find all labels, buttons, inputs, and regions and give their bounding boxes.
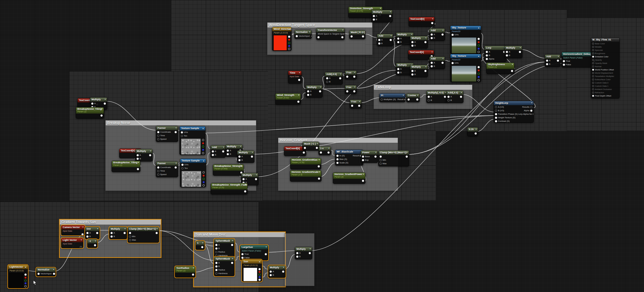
chevron-down-icon[interactable]: ▼ <box>192 267 194 269</box>
pin-dot[interactable] <box>181 131 183 133</box>
node-const_025[interactable]: 0.25▼ <box>467 127 478 136</box>
chevron-down-icon[interactable]: ▼ <box>328 147 330 150</box>
pin-dot[interactable] <box>431 22 433 24</box>
pin-dot[interactable] <box>478 76 480 78</box>
material-graph-canvas[interactable]: WindDirection Tangent SpaceFadeLoopBreak… <box>0 0 644 292</box>
pin-dot[interactable] <box>530 110 532 112</box>
pin-dot[interactable] <box>227 150 229 152</box>
chevron-down-icon[interactable]: ▼ <box>512 63 513 65</box>
pin-dot[interactable] <box>592 75 594 77</box>
pin-dot[interactable] <box>215 244 217 246</box>
node-header[interactable]: Time▼ <box>288 71 301 75</box>
chevron-down-icon[interactable]: ▼ <box>309 247 311 251</box>
pin-dot[interactable] <box>203 175 205 177</box>
node-header[interactable]: Multiply▼ <box>372 10 392 14</box>
node-header[interactable]: Multiply▼ <box>237 151 254 155</box>
pin-dot[interactable] <box>157 135 159 137</box>
pin-dot[interactable] <box>37 273 40 275</box>
chevron-down-icon[interactable]: ▼ <box>340 72 342 76</box>
pin-dot[interactable] <box>546 63 548 65</box>
pin-dot[interactable] <box>24 279 27 282</box>
pin-dot[interactable] <box>592 46 594 48</box>
pin-dot[interactable] <box>242 178 245 180</box>
pin-dot[interactable] <box>441 62 444 64</box>
node-add_3[interactable]: Add▼AB <box>429 57 445 69</box>
pin-dot[interactable] <box>592 88 594 90</box>
node-camera_vector[interactable]: Camera Vector▼Input Data <box>61 225 85 235</box>
pin-dot[interactable] <box>495 106 497 108</box>
node-bn_strength[interactable]: BreakupNoise_StrengthParam (0.005)▼ <box>213 164 244 176</box>
node-spheremask_1[interactable]: SphereMask▼ABRadiusHardness <box>214 239 235 258</box>
pin-dot[interactable] <box>519 51 521 53</box>
pin-dot[interactable] <box>592 66 594 67</box>
chevron-down-icon[interactable]: ▼ <box>175 161 177 165</box>
node-header[interactable]: M_Sky_Flow_01 <box>591 38 619 42</box>
node-header[interactable]: Pi▼ <box>380 94 405 98</box>
node-header[interactable]: Multiply▼ <box>226 145 242 149</box>
pin-dot[interactable] <box>478 69 480 72</box>
chevron-down-icon[interactable]: ▼ <box>82 225 84 229</box>
chevron-down-icon[interactable]: ▼ <box>53 268 55 272</box>
pin-dot[interactable] <box>592 59 594 61</box>
pin-dot[interactable] <box>288 36 290 38</box>
node-header[interactable]: Add▼ <box>211 145 225 150</box>
pin-dot[interactable] <box>411 41 413 43</box>
pin-dot[interactable] <box>341 36 343 38</box>
pin-dot[interactable] <box>478 48 480 50</box>
pin-dot[interactable] <box>296 35 298 37</box>
node-cosine[interactable]: Cosine▼ <box>406 93 420 102</box>
chevron-down-icon[interactable]: ▼ <box>94 239 96 243</box>
pin-dot[interactable] <box>460 96 462 98</box>
node-header[interactable]: Multiply▼ <box>505 46 522 50</box>
pin-dot[interactable] <box>201 246 203 248</box>
node-power_1[interactable]: Power▼BaseExp <box>361 150 378 163</box>
node-header[interactable]: Wind_Direction▲ <box>272 27 291 31</box>
pin-dot[interactable] <box>428 99 430 101</box>
pin-dot[interactable] <box>486 54 488 57</box>
pin-dot[interactable] <box>282 271 284 273</box>
node-light_vector[interactable]: Light Vector▼Input Data <box>61 238 83 248</box>
chevron-down-icon[interactable]: ▼ <box>202 241 204 245</box>
pin-dot[interactable] <box>327 151 330 154</box>
pin-dot[interactable] <box>258 274 261 276</box>
pin-dot[interactable] <box>326 77 328 79</box>
pin-dot[interactable] <box>592 56 594 58</box>
node-wind_strength[interactable]: Wind_StrengthParam (0.02)▼ <box>275 93 301 105</box>
chevron-down-icon[interactable]: ▼ <box>150 149 151 153</box>
node-header[interactable]: Normalize▼ <box>295 30 311 34</box>
pin-dot[interactable] <box>592 92 594 94</box>
pin-dot[interactable] <box>374 156 377 158</box>
pin-dot[interactable] <box>258 268 261 270</box>
node-sky_texture_2[interactable]: Sky_Texture▲Param2DUVs <box>450 54 481 82</box>
chevron-down-icon[interactable]: ▼ <box>432 17 434 21</box>
node-header[interactable]: Power▼ <box>361 151 378 155</box>
pin-dot[interactable] <box>495 110 497 112</box>
node-panner_1[interactable]: Panner▼CoordinateTimeSpeed <box>156 126 178 142</box>
pin-dot[interactable] <box>104 102 106 105</box>
collapse-icon[interactable]: ▲ <box>203 159 205 163</box>
pin-dot[interactable] <box>495 117 497 119</box>
node-frac_1[interactable]: Frac▼ <box>345 70 357 79</box>
node-header[interactable]: Sky_Texture▲ <box>450 54 481 58</box>
collapse-icon[interactable]: ▲ <box>478 54 480 58</box>
chevron-down-icon[interactable]: ▼ <box>460 91 462 95</box>
pin-dot[interactable] <box>316 147 318 149</box>
pin-dot[interactable] <box>203 171 205 173</box>
pin-dot[interactable] <box>202 142 204 144</box>
pin-dot[interactable] <box>390 39 392 41</box>
chevron-down-icon[interactable]: ▼ <box>156 227 158 231</box>
chevron-down-icon[interactable]: ▼ <box>104 98 106 101</box>
pin-dot[interactable] <box>406 156 408 158</box>
pin-dot[interactable] <box>255 178 257 180</box>
pin-dot[interactable] <box>389 15 391 17</box>
pin-dot[interactable] <box>86 235 89 238</box>
pin-dot[interactable] <box>202 145 204 148</box>
pin-dot[interactable] <box>346 76 348 78</box>
pin-dot[interactable] <box>447 96 450 98</box>
pin-dot[interactable] <box>137 158 139 160</box>
node-lerp_1[interactable]: Lerp▼ABAlpha <box>484 46 507 62</box>
pin-dot[interactable] <box>431 62 433 64</box>
chevron-down-icon[interactable]: ▼ <box>362 173 364 175</box>
comment-title-bar[interactable]: Gradient Towards Sun <box>60 220 161 225</box>
pin-dot[interactable] <box>111 232 113 234</box>
